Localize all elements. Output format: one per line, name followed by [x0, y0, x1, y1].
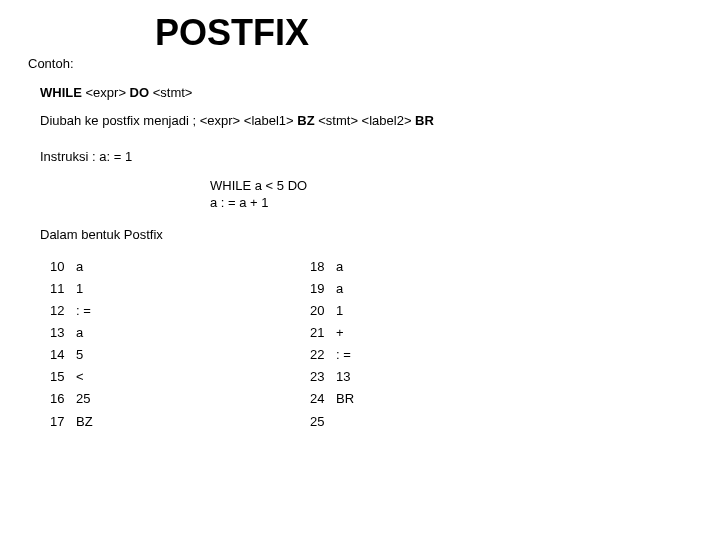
num: 19: [310, 278, 334, 300]
tok: : =: [76, 300, 93, 322]
kw-while: WHILE: [40, 85, 82, 100]
left-nums: 10 11 12 13 14 15 16 17: [50, 256, 74, 433]
left-toks: a 1 : = a 5 < 25 BZ: [74, 256, 93, 433]
num: 20: [310, 300, 334, 322]
postfix-form-label: Dalam bentuk Postfix: [40, 226, 690, 244]
while-stmt: <stmt>: [149, 85, 192, 100]
kw-bz: BZ: [294, 113, 319, 128]
tok: +: [336, 322, 354, 344]
num: 15: [50, 366, 74, 388]
tok: a: [76, 256, 93, 278]
num: 18: [310, 256, 334, 278]
instruction-line: Instruksi : a: = 1: [40, 148, 690, 166]
num: 14: [50, 344, 74, 366]
tok: a: [336, 256, 354, 278]
code-line-2: a : = a + 1: [210, 194, 690, 212]
while-syntax: WHILE <expr> DO <stmt>: [40, 84, 690, 102]
tok: : =: [336, 344, 354, 366]
num: 23: [310, 366, 334, 388]
tok: 1: [76, 278, 93, 300]
kw-do: DO: [130, 85, 150, 100]
postfix-col-left: 10 11 12 13 14 15 16 17 a 1 : = a 5 < 25: [50, 256, 310, 433]
right-toks: a a 1 + : = 13 BR: [334, 256, 354, 433]
instruksi-text: Instruksi : a: = 1: [40, 149, 132, 164]
num: 25: [310, 411, 334, 433]
tok: BR: [336, 388, 354, 410]
transform-part2: <stmt> <label2>: [318, 113, 411, 128]
tok: 13: [336, 366, 354, 388]
slide: POSTFIX Contoh: WHILE <expr> DO <stmt> D…: [0, 0, 720, 540]
num: 16: [50, 388, 74, 410]
postfix-col-right: 18 19 20 21 22 23 24 25 a a 1 + : = 13 B…: [310, 256, 354, 433]
tok: 25: [76, 388, 93, 410]
num: 13: [50, 322, 74, 344]
kw-br: BR: [411, 113, 433, 128]
slide-body: WHILE <expr> DO <stmt> Diubah ke postfix…: [40, 84, 690, 433]
num: 24: [310, 388, 334, 410]
postfix-listing: 10 11 12 13 14 15 16 17 a 1 : = a 5 < 25: [50, 256, 690, 433]
tok: <: [76, 366, 93, 388]
while-expr: <expr>: [82, 85, 130, 100]
num: 21: [310, 322, 334, 344]
right-nums: 18 19 20 21 22 23 24 25: [310, 256, 334, 433]
tok: 1: [336, 300, 354, 322]
tok: a: [336, 278, 354, 300]
example-label: Contoh:: [28, 56, 74, 71]
transform-line: Diubah ke postfix menjadi ; <expr> <labe…: [40, 112, 690, 130]
num: 11: [50, 278, 74, 300]
tok: 5: [76, 344, 93, 366]
num: 17: [50, 411, 74, 433]
num: 10: [50, 256, 74, 278]
transform-prefix: Diubah ke postfix menjadi ;: [40, 113, 196, 128]
tok: a: [76, 322, 93, 344]
code-block: WHILE a < 5 DO a : = a + 1: [210, 177, 690, 212]
code-line-1: WHILE a < 5 DO: [210, 177, 690, 195]
tok: BZ: [76, 411, 93, 433]
transform-part1: <expr> <label1>: [200, 113, 294, 128]
num: 22: [310, 344, 334, 366]
slide-title: POSTFIX: [155, 12, 309, 54]
num: 12: [50, 300, 74, 322]
